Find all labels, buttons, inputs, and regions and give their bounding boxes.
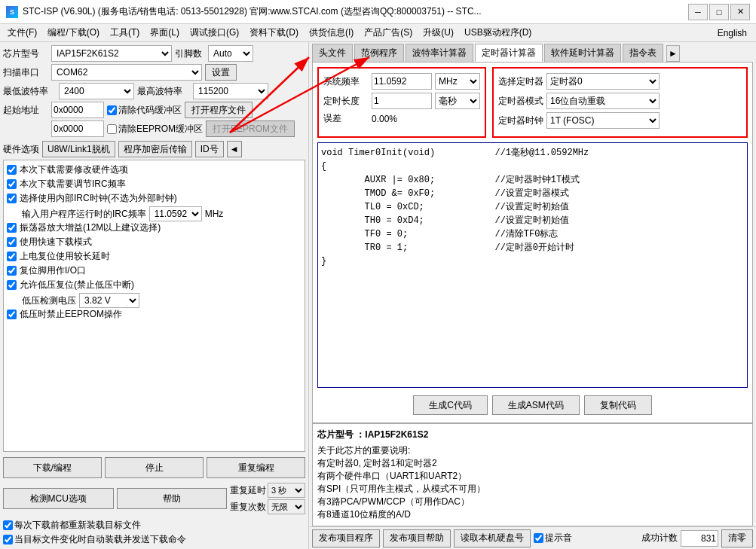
tab-baud-calc[interactable]: 波特率计算器 [406,44,473,62]
opt9-label: 低压检测电压 [22,294,76,307]
menu-upgrade[interactable]: 升级(U) [418,25,458,41]
timer-len-input[interactable] [372,93,432,109]
minimize-button[interactable]: ─ [688,4,708,20]
scan-port-label: 扫描串口 [3,66,48,79]
opt5-label: 使用快速下载模式 [20,236,92,249]
download-button[interactable]: 下载/编程 [3,457,102,478]
menu-program[interactable]: 编程/下载(O) [43,25,104,41]
code-display: void Timer0Init(void) //1毫秒@11.0592MHz {… [317,142,748,388]
clear-code-buf-checkbox[interactable]: 清除代码缓冲区 [107,104,182,117]
info-content: 关于此芯片的重要说明: 有定时器0, 定时器1和定时器2 有两个硬件串口（UAR… [317,444,748,521]
scan-port-select[interactable]: COM62 [51,64,202,81]
menu-file[interactable]: 文件(F) [3,25,41,41]
sys-freq-input[interactable] [372,73,432,90]
start-addr-label: 起始地址 [3,104,48,117]
addr2-input[interactable] [51,120,104,137]
addr1-input[interactable] [51,102,104,118]
id-button[interactable]: ID号 [195,141,224,157]
irc-freq-select[interactable]: 11.0592 [149,206,202,221]
opt0-checkbox[interactable] [7,165,17,175]
max-baud-select[interactable]: 115200 [193,83,268,99]
copy-code-button[interactable]: 复制代码 [584,395,652,415]
right-panel: 头文件 范例程序 波特率计算器 定时器计算器 软件延时计算器 指令表 ► 系统频… [309,42,756,549]
menu-ui[interactable]: 界面(L) [145,25,184,41]
repeat-count-select[interactable]: 无限 [268,499,305,514]
close-button[interactable]: ✕ [730,4,750,20]
info-panel: 芯片型号 ：IAP15F2K61S2 关于此芯片的重要说明: 有定时器0, 定时… [312,423,753,526]
tab-bar: 头文件 范例程序 波特率计算器 定时器计算器 软件延时计算器 指令表 ► [309,42,756,62]
hw-more-button[interactable]: ◄ [227,141,242,157]
encrypt-button[interactable]: 程序加密后传输 [118,141,192,157]
sys-freq-unit-select[interactable]: MHz [435,73,480,90]
reload-file-checkbox[interactable]: 每次下载前都重新装载目标文件 [3,519,305,532]
chip-type-select[interactable]: IAP15F2K61S2 [51,45,172,62]
sound-checkbox[interactable]: 提示音 [534,532,572,544]
timer-mode-select[interactable]: 16位自动重载 [546,93,660,109]
tab-instruction[interactable]: 指令表 [623,44,663,62]
menu-ads[interactable]: 产品广告(S) [360,25,417,41]
publish-help-button[interactable]: 发布项目帮助 [383,529,451,547]
menu-download[interactable]: 资料下载(D) [245,25,303,41]
opt2-checkbox[interactable] [7,194,17,203]
gen-c-button[interactable]: 生成C代码 [413,395,488,415]
menu-english[interactable]: English [712,26,753,40]
menu-usb[interactable]: USB驱动程序(D) [460,25,536,41]
gen-asm-button[interactable]: 生成ASM代码 [492,395,580,415]
opt10-label: 低压时禁止EEPROM操作 [20,308,122,321]
options-panel: 本次下载需要修改硬件选项 本次下载需要调节IRC频率 选择使用内部IRC时钟(不… [3,160,305,452]
opt2-label: 选择使用内部IRC时钟(不选为外部时钟) [20,192,177,205]
opt0-label: 本次下载需要修改硬件选项 [20,163,128,176]
reprogram-button[interactable]: 重复编程 [207,457,305,478]
status-bar: 发布项目程序 发布项目帮助 读取本机硬盘号 提示音 成功计数 清零 [309,526,756,549]
opt8-label: 允许低压复位(禁止低压中断) [20,279,134,291]
open-eeprom-file-button[interactable]: 打开EEPROM文件 [206,120,295,137]
clear-count-button[interactable]: 清零 [721,529,753,547]
maximize-button[interactable]: □ [709,4,729,20]
opt1-checkbox[interactable] [7,179,17,189]
app-icon: S [6,6,18,18]
menu-debug[interactable]: 调试接口(G) [185,25,243,41]
min-baud-select[interactable]: 2400 [59,83,134,99]
stop-button[interactable]: 停止 [105,457,204,478]
tab-header-file[interactable]: 头文件 [312,44,353,62]
pin-count-select[interactable]: Auto [208,45,253,62]
voltage-select[interactable]: 3.82 V [79,293,139,308]
min-baud-label: 最低波特率 [3,85,56,98]
count-input[interactable] [681,530,718,547]
menu-tools[interactable]: 工具(T) [106,25,144,41]
publish-prog-button[interactable]: 发布项目程序 [312,529,380,547]
opt7-checkbox[interactable] [7,266,17,276]
opt4-checkbox[interactable] [7,223,17,233]
opt4-label: 振荡器放大增益(12M以上建议选择) [20,221,161,234]
opt7-label: 复位脚用作I/O口 [20,264,86,277]
u8w-button[interactable]: U8W/Link1脱机 [42,141,115,157]
error-value: 0.00% [372,114,397,124]
open-prog-file-button[interactable]: 打开程序文件 [185,102,253,118]
opt6-label: 上电复位使用较长延时 [20,250,110,263]
timer-right-config: 选择定时器 定时器0 定时器模式 16位自动重载 定时器 [492,67,748,138]
info-chip-label: 芯片型号 ：IAP15F2K61S2 [317,429,428,440]
settings-button[interactable]: 设置 [205,64,237,81]
chip-type-label: 芯片型号 [3,47,48,60]
autoload-file-checkbox[interactable]: 当目标文件变化时自动装载并发送下载命令 [3,533,305,546]
tab-timer-calc[interactable]: 定时器计算器 [475,44,543,62]
help-button[interactable]: 帮助 [117,488,228,509]
repeat-delay-select[interactable]: 3 秒 [268,483,305,498]
opt8-checkbox[interactable] [7,280,17,290]
timer-calc-content: 系统频率 MHz 定时长度 毫秒 [312,62,753,423]
timer-clock-select[interactable]: 1T (FOSC) [546,112,660,129]
clear-eeprom-buf-checkbox[interactable]: 清除EEPROM缓冲区 [107,123,203,136]
opt6-checkbox[interactable] [7,252,17,261]
menu-supply[interactable]: 供货信息(I) [305,25,358,41]
tab-more-button[interactable]: ► [666,45,680,62]
opt5-checkbox[interactable] [7,237,17,247]
timer-len-unit-select[interactable]: 毫秒 [435,93,480,109]
opt10-checkbox[interactable] [7,310,17,319]
menu-bar: 文件(F) 编程/下载(O) 工具(T) 界面(L) 调试接口(G) 资料下载(… [0,24,756,42]
detect-mcu-button[interactable]: 检测MCU选项 [3,488,114,509]
irc-freq-unit: MHz [205,209,224,219]
read-disk-button[interactable]: 读取本机硬盘号 [454,529,531,547]
select-timer-select[interactable]: 定时器0 [546,73,660,90]
tab-delay-calc[interactable]: 软件延时计算器 [544,44,621,62]
tab-example-prog[interactable]: 范例程序 [354,44,404,62]
